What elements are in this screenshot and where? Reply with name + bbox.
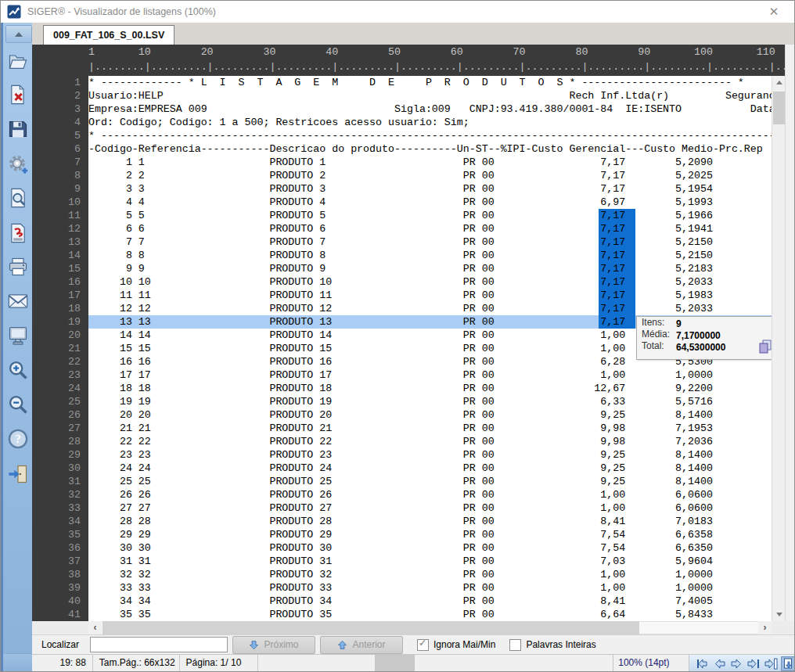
editor-line[interactable]: 26 20 20 PRODUTO 20 PR 00 9,25 8,1400 (32, 408, 772, 422)
horizontal-scrollbar[interactable]: ‹ › (32, 621, 795, 634)
editor-line[interactable]: 13 7 7 PRODUTO 7 PR 00 7,17 5,2150 (32, 235, 772, 249)
last-page-icon[interactable] (746, 656, 761, 671)
arrow-down-icon (249, 640, 259, 650)
sidebar-collapse-button[interactable] (5, 25, 32, 43)
checkbox-checked-icon[interactable] (417, 639, 429, 651)
selection-stats-tooltip: Itens:9 Média:7,1700000 Total:64,5300000 (636, 316, 772, 360)
zoom-out-icon[interactable] (7, 393, 29, 415)
help-icon[interactable]: ? (7, 428, 29, 450)
editor-line[interactable]: 9 3 3 PRODUTO 3 PR 00 7,17 5,1954 (32, 182, 772, 196)
editor-line[interactable]: 12 6 6 PRODUTO 6 PR 00 7,17 5,1941 (32, 222, 772, 235)
editor-line[interactable]: 37 31 31 PRODUTO 31 PR 00 7,03 5,9604 (32, 555, 772, 568)
editor-line[interactable]: 2Usuario:HELP Rech Inf.Ltda(r) Seguranca (32, 89, 772, 102)
settings-icon[interactable] (7, 153, 29, 175)
horizontal-scroll-thumb[interactable] (103, 621, 639, 634)
editor-line[interactable]: 14 8 8 PRODUTO 8 PR 00 7,17 5,2150 (32, 249, 772, 262)
editor-line[interactable]: 34 28 28 PRODUTO 28 PR 00 8,41 7,0183 (32, 515, 772, 528)
preview-icon[interactable] (7, 187, 29, 209)
editor-line[interactable]: 10 4 4 PRODUTO 4 PR 00 6,97 5,1993 (32, 196, 772, 209)
line-number: 17 (32, 289, 88, 302)
line-number: 7 (32, 156, 88, 169)
zoom-level: 100% (14pt) (613, 655, 689, 672)
exit-icon[interactable] (7, 463, 29, 485)
editor-line[interactable]: 33 27 27 PRODUTO 27 PR 00 1,00 6,0600 (32, 501, 772, 515)
open-folder-icon[interactable] (7, 50, 29, 72)
line-number: 40 (32, 595, 88, 608)
screen-icon[interactable] (7, 325, 29, 347)
text-content[interactable]: 1* ------------- * L I S T A G E M D E P… (32, 76, 772, 621)
close-file-icon[interactable] (7, 84, 29, 106)
search-input[interactable] (90, 637, 228, 652)
line-number: 6 (32, 142, 88, 156)
editor-line[interactable]: 7 1 1 PRODUTO 1 PR 00 7,17 5,2090 (32, 156, 772, 169)
editor-line[interactable]: 31 25 25 PRODUTO 25 PR 00 9,25 8,1400 (32, 475, 772, 488)
line-number: 12 (32, 222, 88, 235)
editor-line[interactable]: 18 12 12 PRODUTO 12 PR 00 7,17 5,2033 (32, 302, 772, 315)
editor-line[interactable]: 30 24 24 PRODUTO 24 PR 00 9,25 8,1400 (32, 462, 772, 475)
editor-line[interactable]: 28 22 22 PRODUTO 22 PR 00 9,98 7,2036 (32, 435, 772, 448)
first-page-icon[interactable] (695, 656, 710, 671)
tab-listing-file[interactable]: 009_FAT_106_S_00.LSV (43, 25, 174, 45)
line-number: 22 (32, 355, 88, 368)
current-page-icon[interactable] (781, 656, 795, 671)
editor-line[interactable]: 32 26 26 PRODUTO 26 PR 00 1,00 6,0600 (32, 488, 772, 501)
editor-line[interactable]: 8 2 2 PRODUTO 2 PR 00 7,17 5,2025 (32, 169, 772, 182)
editor-line[interactable]: 15 9 9 PRODUTO 9 PR 00 7,17 5,2183 (32, 262, 772, 275)
print-icon[interactable] (7, 256, 29, 278)
editor-line[interactable]: 11 5 5 PRODUTO 5 PR 00 7,17 5,1966 (32, 209, 772, 222)
scroll-right-icon[interactable]: › (758, 621, 772, 634)
editor-line[interactable]: 25 19 19 PRODUTO 19 PR 00 6,33 5,5716 (32, 395, 772, 408)
line-text: 1 1 PRODUTO 1 PR 00 7,17 5,2090 (88, 156, 772, 169)
editor-line[interactable]: 17 11 11 PRODUTO 11 PR 00 7,17 5,1983 (32, 289, 772, 302)
editor-line[interactable]: 36 30 30 PRODUTO 30 PR 00 7,54 6,6350 (32, 541, 772, 555)
editor-line[interactable]: 41 35 35 PRODUTO 35 PR 00 6,64 5,8433 (32, 608, 772, 621)
line-number: 28 (32, 435, 88, 448)
vertical-scroll-thumb[interactable] (773, 92, 785, 124)
scroll-down-icon[interactable] (772, 608, 786, 621)
ignore-case-checkbox[interactable]: Ignora Mai/Min (417, 639, 495, 651)
line-text: 21 21 PRODUTO 21 PR 00 9,98 7,1953 (88, 422, 772, 435)
scroll-left-icon[interactable]: ‹ (88, 621, 102, 634)
previous-button[interactable]: Anterior (320, 636, 403, 654)
next-page-icon[interactable] (729, 656, 744, 671)
editor-line[interactable]: 29 23 23 PRODUTO 23 PR 00 9,25 8,1400 (32, 448, 772, 462)
zoom-in-icon[interactable] (7, 359, 29, 381)
save-icon[interactable] (7, 118, 29, 140)
line-number: 36 (32, 541, 88, 555)
page-indicator: Página: 1/ 10 (180, 655, 259, 672)
vertical-scrollbar[interactable] (772, 76, 785, 621)
editor-line[interactable]: 39 33 33 PRODUTO 33 PR 00 1,00 1,0000 (32, 581, 772, 595)
ruler-ticks: |........|.........|.........|.........|… (88, 59, 785, 74)
editor-line[interactable]: 38 32 32 PRODUTO 32 PR 00 1,00 1,0000 (32, 568, 772, 581)
pdf-export-icon[interactable] (7, 222, 29, 244)
editor-line[interactable]: 5* -------------------------------------… (32, 129, 772, 142)
close-icon[interactable]: ✕ (763, 3, 785, 20)
email-icon[interactable] (7, 290, 29, 312)
editor-line[interactable]: 1* ------------- * L I S T A G E M D E P… (32, 76, 772, 89)
find-label: Localizar (32, 639, 88, 650)
editor-line[interactable]: 23 17 17 PRODUTO 17 PR 00 1,00 1,0000 (32, 368, 772, 382)
line-text: 17 17 PRODUTO 17 PR 00 1,00 1,0000 (88, 368, 772, 382)
editor-line[interactable]: 6-Codigo-Referencia-----------Descricao … (32, 142, 772, 156)
page-nav-panel (689, 655, 795, 672)
status-gray-cell (376, 655, 415, 672)
editor-line[interactable]: 3Empresa:EMPRESA 009 Sigla:009 CNPJ:93.4… (32, 102, 772, 116)
next-button[interactable]: Próximo (232, 636, 315, 654)
editor-line[interactable]: 16 10 10 PRODUTO 10 PR 00 7,17 5,2033 (32, 275, 772, 289)
line-number: 14 (32, 249, 88, 262)
goto-page-icon[interactable] (764, 656, 779, 671)
editor-line[interactable]: 4Ord: Codigo; Codigo: 1 a 500; Restricoe… (32, 116, 772, 129)
checkbox-unchecked-icon[interactable] (509, 639, 521, 651)
triangle-up-icon (15, 32, 23, 37)
whole-words-checkbox[interactable]: Palavras Inteiras (509, 639, 595, 651)
line-number: 29 (32, 448, 88, 462)
editor-line[interactable]: 24 18 18 PRODUTO 18 PR 00 12,67 9,2200 (32, 382, 772, 395)
line-text: 19 19 PRODUTO 19 PR 00 6,33 5,5716 (88, 395, 772, 408)
copy-icon[interactable] (757, 340, 772, 354)
editor-line[interactable]: 35 29 29 PRODUTO 29 PR 00 7,54 6,6358 (32, 528, 772, 541)
editor-line[interactable]: 27 21 21 PRODUTO 21 PR 00 9,98 7,1953 (32, 422, 772, 435)
tab-strip: 009_FAT_106_S_00.LSV (32, 23, 795, 45)
editor-line[interactable]: 40 34 34 PRODUTO 34 PR 00 8,41 7,4005 (32, 595, 772, 608)
previous-page-icon[interactable] (712, 656, 727, 671)
scroll-up-icon[interactable] (772, 76, 786, 89)
